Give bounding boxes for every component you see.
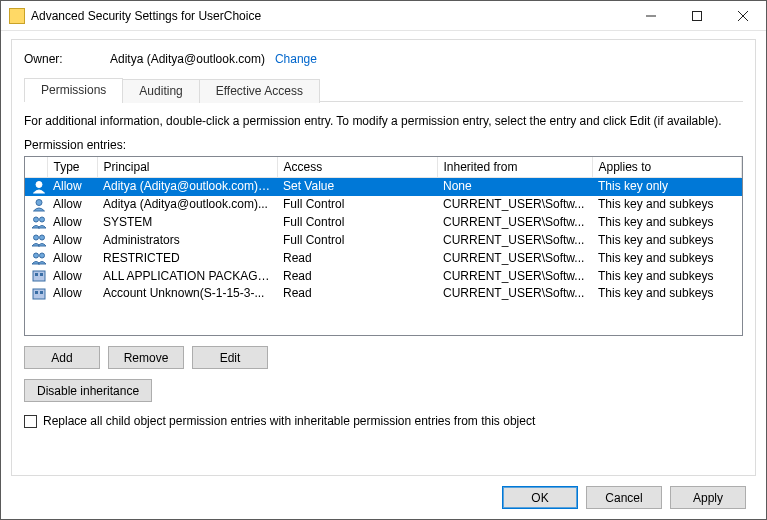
row-principal: Account Unknown(S-1-15-3-... xyxy=(97,285,277,303)
principal-icon xyxy=(31,269,47,283)
principal-icon xyxy=(31,180,47,194)
svg-point-8 xyxy=(40,253,45,258)
col-applies-header[interactable]: Applies to xyxy=(592,157,742,178)
row-type: Allow xyxy=(47,214,97,232)
row-inherited: CURRENT_USER\Softw... xyxy=(437,196,592,214)
col-access-header[interactable]: Access xyxy=(277,157,437,178)
change-owner-link[interactable]: Change xyxy=(275,52,317,66)
dialog-buttons: OK Cancel Apply xyxy=(11,476,756,519)
row-principal: RESTRICTED xyxy=(97,249,277,267)
window-title: Advanced Security Settings for UserChoic… xyxy=(31,9,628,23)
row-icon-cell xyxy=(25,196,47,214)
replace-checkbox[interactable] xyxy=(24,415,37,428)
row-type: Allow xyxy=(47,249,97,267)
svg-point-3 xyxy=(34,217,39,222)
row-inherited: CURRENT_USER\Softw... xyxy=(437,285,592,303)
svg-rect-11 xyxy=(40,273,43,276)
svg-point-1 xyxy=(36,181,42,187)
principal-icon xyxy=(31,198,47,212)
col-icon-header[interactable] xyxy=(25,157,47,178)
row-applies: This key and subkeys xyxy=(592,196,742,214)
tab-permissions[interactable]: Permissions xyxy=(24,78,123,102)
svg-rect-14 xyxy=(40,291,43,294)
row-applies: This key and subkeys xyxy=(592,249,742,267)
row-principal: Administrators xyxy=(97,231,277,249)
maximize-button[interactable] xyxy=(674,1,720,31)
row-inherited: None xyxy=(437,178,592,196)
panel: Owner: Aditya (Aditya@outlook.com) Chang… xyxy=(11,39,756,476)
replace-checkbox-label: Replace all child object permission entr… xyxy=(43,414,535,428)
svg-rect-9 xyxy=(33,271,45,281)
row-principal: SYSTEM xyxy=(97,214,277,232)
replace-checkbox-row: Replace all child object permission entr… xyxy=(24,414,743,428)
owner-label: Owner: xyxy=(24,52,110,66)
table-row[interactable]: AllowAditya (Aditya@outlook.com)...Full … xyxy=(25,196,742,214)
svg-rect-10 xyxy=(35,273,38,276)
col-inherited-header[interactable]: Inherited from xyxy=(437,157,592,178)
table-header-row: Type Principal Access Inherited from App… xyxy=(25,157,742,178)
disable-inheritance-button[interactable]: Disable inheritance xyxy=(24,379,152,402)
row-icon-cell xyxy=(25,267,47,285)
remove-button[interactable]: Remove xyxy=(108,346,184,369)
window: Advanced Security Settings for UserChoic… xyxy=(0,0,767,520)
row-applies: This key and subkeys xyxy=(592,285,742,303)
tab-auditing[interactable]: Auditing xyxy=(122,79,199,103)
table-row[interactable]: AllowSYSTEMFull ControlCURRENT_USER\Soft… xyxy=(25,214,742,232)
principal-icon xyxy=(31,233,47,247)
permission-table[interactable]: Type Principal Access Inherited from App… xyxy=(24,156,743,336)
close-button[interactable] xyxy=(720,1,766,31)
col-principal-header[interactable]: Principal xyxy=(97,157,277,178)
row-applies: This key only xyxy=(592,178,742,196)
row-icon-cell xyxy=(25,214,47,232)
row-inherited: CURRENT_USER\Softw... xyxy=(437,214,592,232)
principal-icon xyxy=(31,215,47,229)
table-row[interactable]: AllowAditya (Aditya@outlook.com) ...Set … xyxy=(25,178,742,196)
titlebar: Advanced Security Settings for UserChoic… xyxy=(1,1,766,31)
row-inherited: CURRENT_USER\Softw... xyxy=(437,249,592,267)
row-access: Read xyxy=(277,249,437,267)
svg-rect-12 xyxy=(33,289,45,299)
tabstrip: Permissions Auditing Effective Access xyxy=(24,78,743,102)
row-type: Allow xyxy=(47,267,97,285)
table-row[interactable]: AllowAdministratorsFull ControlCURRENT_U… xyxy=(25,231,742,249)
row-icon-cell xyxy=(25,285,47,303)
table-row[interactable]: AllowAccount Unknown(S-1-15-3-...ReadCUR… xyxy=(25,285,742,303)
svg-point-2 xyxy=(36,199,42,205)
owner-name: Aditya (Aditya@outlook.com) xyxy=(110,52,265,66)
row-type: Allow xyxy=(47,178,97,196)
add-button[interactable]: Add xyxy=(24,346,100,369)
table-row[interactable]: AllowRESTRICTEDReadCURRENT_USER\Softw...… xyxy=(25,249,742,267)
row-inherited: CURRENT_USER\Softw... xyxy=(437,231,592,249)
row-type: Allow xyxy=(47,285,97,303)
table-row[interactable]: AllowALL APPLICATION PACKAGESReadCURRENT… xyxy=(25,267,742,285)
shield-icon xyxy=(9,8,25,24)
cancel-button[interactable]: Cancel xyxy=(586,486,662,509)
row-applies: This key and subkeys xyxy=(592,267,742,285)
col-type-header[interactable]: Type xyxy=(47,157,97,178)
row-principal: ALL APPLICATION PACKAGES xyxy=(97,267,277,285)
row-icon-cell xyxy=(25,178,47,196)
edit-button[interactable]: Edit xyxy=(192,346,268,369)
inheritance-buttons: Disable inheritance xyxy=(24,379,743,402)
svg-point-4 xyxy=(40,217,45,222)
info-text: For additional information, double-click… xyxy=(24,114,743,128)
svg-point-6 xyxy=(40,235,45,240)
row-icon-cell xyxy=(25,231,47,249)
svg-point-7 xyxy=(34,253,39,258)
svg-point-5 xyxy=(34,235,39,240)
principal-icon xyxy=(31,251,47,265)
row-type: Allow xyxy=(47,231,97,249)
row-applies: This key and subkeys xyxy=(592,214,742,232)
row-access: Full Control xyxy=(277,196,437,214)
content: Owner: Aditya (Aditya@outlook.com) Chang… xyxy=(1,31,766,519)
entry-buttons: Add Remove Edit xyxy=(24,346,743,369)
entries-label: Permission entries: xyxy=(24,138,743,152)
apply-button[interactable]: Apply xyxy=(670,486,746,509)
ok-button[interactable]: OK xyxy=(502,486,578,509)
principal-icon xyxy=(31,287,47,301)
row-access: Read xyxy=(277,285,437,303)
tab-effective-access[interactable]: Effective Access xyxy=(199,79,320,103)
minimize-button[interactable] xyxy=(628,1,674,31)
row-applies: This key and subkeys xyxy=(592,231,742,249)
row-icon-cell xyxy=(25,249,47,267)
